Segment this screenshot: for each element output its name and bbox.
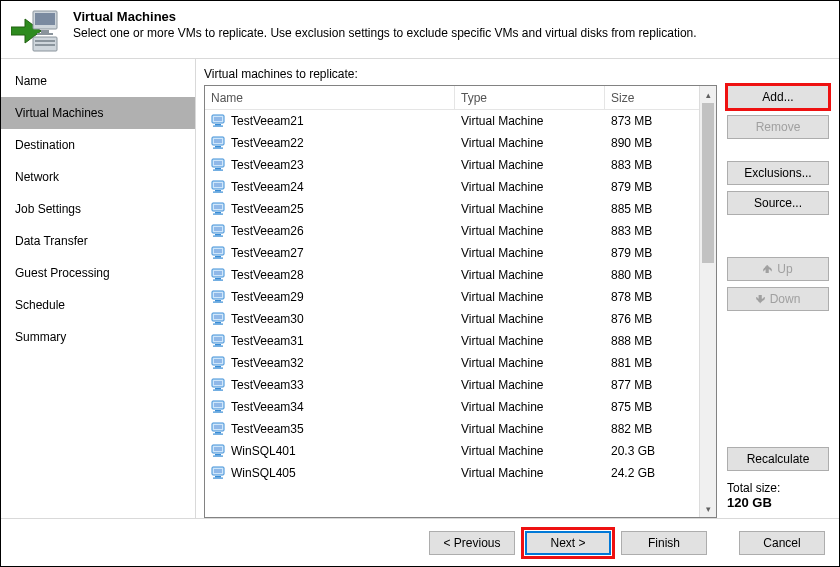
table-row[interactable]: TestVeeam24Virtual Machine879 MB (205, 176, 699, 198)
move-down-button[interactable]: 🡻 Down (727, 287, 829, 311)
nav-item-schedule[interactable]: Schedule (1, 289, 195, 321)
svg-rect-67 (213, 434, 223, 435)
previous-button[interactable]: < Previous (429, 531, 515, 555)
vm-grid-header: Name Type Size (205, 86, 699, 110)
nav-item-summary[interactable]: Summary (1, 321, 195, 353)
column-header-size[interactable]: Size (605, 86, 699, 109)
svg-rect-11 (213, 126, 223, 127)
cell-name: TestVeeam21 (205, 113, 455, 129)
scroll-track[interactable] (700, 103, 716, 500)
vm-icon (211, 157, 227, 173)
table-row[interactable]: TestVeeam28Virtual Machine880 MB (205, 264, 699, 286)
svg-rect-65 (214, 425, 222, 429)
cell-size: 20.3 GB (605, 444, 699, 458)
vm-panel: Virtual machines to replicate: Name Type… (196, 59, 723, 518)
table-row[interactable]: TestVeeam34Virtual Machine875 MB (205, 396, 699, 418)
total-size: Total size: 120 GB (727, 481, 829, 510)
svg-rect-49 (214, 337, 222, 341)
vm-name: TestVeeam35 (231, 422, 304, 436)
cell-name: TestVeeam27 (205, 245, 455, 261)
finish-button[interactable]: Finish (621, 531, 707, 555)
svg-rect-69 (214, 447, 222, 451)
svg-rect-75 (213, 478, 223, 479)
vm-icon (211, 223, 227, 239)
cell-name: WinSQL401 (205, 443, 455, 459)
nav-item-name[interactable]: Name (1, 65, 195, 97)
cell-name: TestVeeam31 (205, 333, 455, 349)
cell-size: 883 MB (605, 224, 699, 238)
vm-name: TestVeeam23 (231, 158, 304, 172)
vm-icon (211, 421, 227, 437)
svg-rect-41 (214, 293, 222, 297)
cell-size: 24.2 GB (605, 466, 699, 480)
remove-button[interactable]: Remove (727, 115, 829, 139)
cell-name: TestVeeam32 (205, 355, 455, 371)
svg-rect-35 (213, 258, 223, 259)
vm-icon (211, 135, 227, 151)
nav-item-destination[interactable]: Destination (1, 129, 195, 161)
table-row[interactable]: TestVeeam31Virtual Machine888 MB (205, 330, 699, 352)
svg-rect-39 (213, 280, 223, 281)
table-row[interactable]: TestVeeam27Virtual Machine879 MB (205, 242, 699, 264)
column-header-name[interactable]: Name (205, 86, 455, 109)
table-row[interactable]: TestVeeam26Virtual Machine883 MB (205, 220, 699, 242)
svg-rect-62 (215, 410, 221, 412)
vm-icon (211, 113, 227, 129)
wizard-window: Virtual Machines Select one or more VMs … (0, 0, 840, 567)
add-button[interactable]: Add... (727, 85, 829, 109)
table-row[interactable]: TestVeeam21Virtual Machine873 MB (205, 110, 699, 132)
nav-item-virtual-machines[interactable]: Virtual Machines (1, 97, 195, 129)
exclusions-button[interactable]: Exclusions... (727, 161, 829, 185)
table-row[interactable]: TestVeeam23Virtual Machine883 MB (205, 154, 699, 176)
cell-name: TestVeeam30 (205, 311, 455, 327)
vertical-scrollbar[interactable]: ▴ ▾ (699, 86, 716, 517)
scroll-up-arrow-icon[interactable]: ▴ (700, 86, 716, 103)
nav-item-data-transfer[interactable]: Data Transfer (1, 225, 195, 257)
svg-rect-38 (215, 278, 221, 280)
svg-rect-3 (41, 30, 49, 33)
wizard-footer: < Previous Next > Finish Cancel (1, 518, 839, 566)
cell-size: 876 MB (605, 312, 699, 326)
table-row[interactable]: TestVeeam29Virtual Machine878 MB (205, 286, 699, 308)
cancel-button[interactable]: Cancel (739, 531, 825, 555)
source-button[interactable]: Source... (727, 191, 829, 215)
cell-size: 881 MB (605, 356, 699, 370)
table-row[interactable]: TestVeeam35Virtual Machine882 MB (205, 418, 699, 440)
table-row[interactable]: TestVeeam25Virtual Machine885 MB (205, 198, 699, 220)
next-button[interactable]: Next > (525, 531, 611, 555)
svg-rect-55 (213, 368, 223, 369)
svg-rect-59 (213, 390, 223, 391)
column-header-type[interactable]: Type (455, 86, 605, 109)
cell-size: 883 MB (605, 158, 699, 172)
svg-rect-27 (213, 214, 223, 215)
scroll-down-arrow-icon[interactable]: ▾ (700, 500, 716, 517)
table-row[interactable]: TestVeeam33Virtual Machine877 MB (205, 374, 699, 396)
cell-type: Virtual Machine (455, 312, 605, 326)
cell-name: TestVeeam29 (205, 289, 455, 305)
cell-size: 885 MB (605, 202, 699, 216)
table-row[interactable]: WinSQL401Virtual Machine20.3 GB (205, 440, 699, 462)
recalculate-button[interactable]: Recalculate (727, 447, 829, 471)
total-size-label: Total size: (727, 481, 829, 495)
cell-size: 890 MB (605, 136, 699, 150)
svg-rect-46 (215, 322, 221, 324)
header-text: Virtual Machines Select one or more VMs … (73, 7, 697, 58)
table-row[interactable]: TestVeeam22Virtual Machine890 MB (205, 132, 699, 154)
cell-type: Virtual Machine (455, 114, 605, 128)
nav-item-guest-processing[interactable]: Guest Processing (1, 257, 195, 289)
svg-rect-17 (214, 161, 222, 165)
header-subtitle: Select one or more VMs to replicate. Use… (73, 26, 697, 40)
cell-name: TestVeeam35 (205, 421, 455, 437)
scroll-thumb[interactable] (702, 103, 714, 263)
table-row[interactable]: TestVeeam30Virtual Machine876 MB (205, 308, 699, 330)
move-up-label: Up (777, 262, 792, 276)
nav-item-network[interactable]: Network (1, 161, 195, 193)
wizard-header: Virtual Machines Select one or more VMs … (1, 1, 839, 59)
vm-grid-scroll: Name Type Size TestVeeam21Virtual Machin… (205, 86, 699, 517)
table-row[interactable]: WinSQL405Virtual Machine24.2 GB (205, 462, 699, 484)
move-up-button[interactable]: 🡹 Up (727, 257, 829, 281)
cell-size: 882 MB (605, 422, 699, 436)
table-row[interactable]: TestVeeam32Virtual Machine881 MB (205, 352, 699, 374)
nav-item-job-settings[interactable]: Job Settings (1, 193, 195, 225)
svg-rect-61 (214, 403, 222, 407)
